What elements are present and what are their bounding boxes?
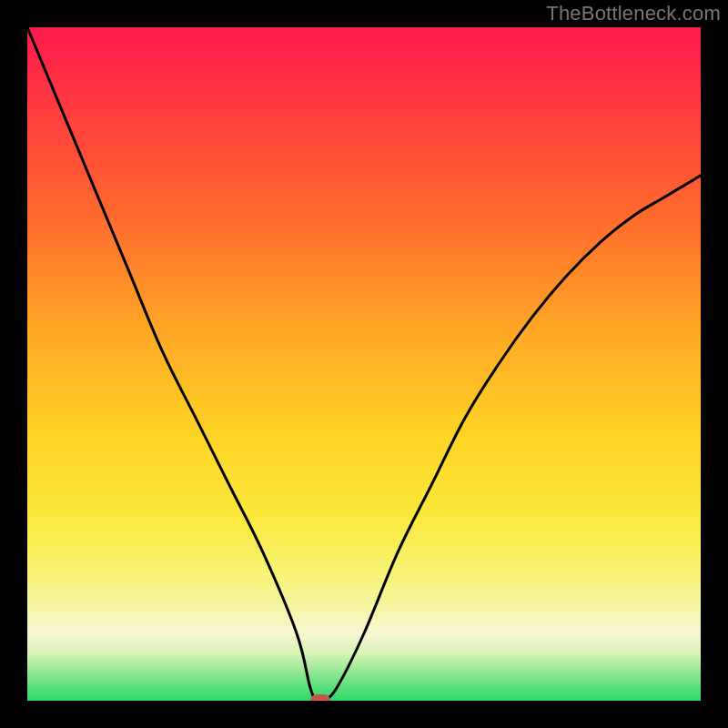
watermark-text: TheBottleneck.com	[546, 2, 721, 25]
chart-frame: TheBottleneck.com	[0, 0, 728, 728]
optimal-marker	[310, 694, 330, 701]
plot-area	[27, 27, 701, 701]
bottleneck-curve	[27, 27, 701, 701]
